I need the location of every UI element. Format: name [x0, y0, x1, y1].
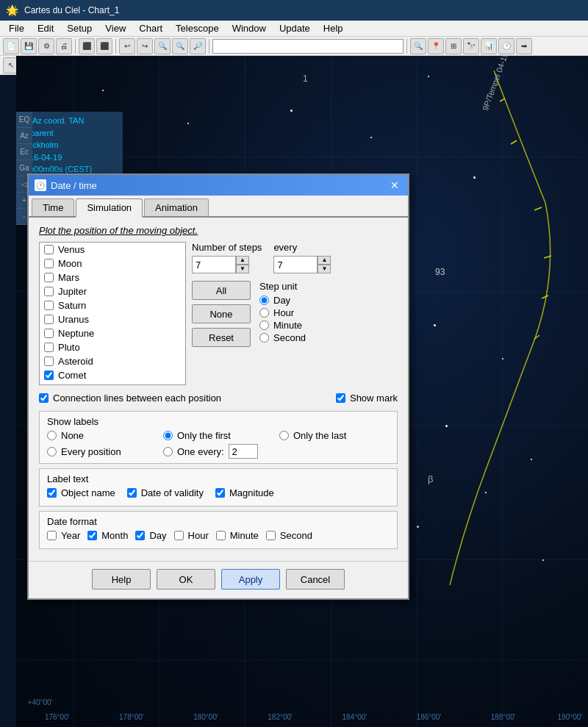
radio-day[interactable] — [259, 296, 269, 305]
df-month[interactable]: Month — [87, 530, 128, 541]
help-button[interactable]: Help — [92, 569, 151, 590]
show-mark-checkbox[interactable] — [336, 393, 345, 403]
menu-view[interactable]: View — [99, 21, 132, 35]
new-btn[interactable]: 📄 — [3, 38, 19, 54]
ok-button[interactable]: OK — [157, 569, 215, 590]
tab-simulation[interactable]: Simulation — [76, 198, 143, 218]
radio-second[interactable] — [259, 333, 269, 343]
print-btn[interactable]: 🖨 — [56, 38, 72, 54]
df-month-checkbox[interactable] — [87, 531, 97, 540]
undo-btn[interactable]: ↩ — [119, 38, 135, 54]
menu-chart[interactable]: Chart — [133, 21, 168, 35]
label-every-pos[interactable]: Every position — [47, 444, 157, 459]
show-mark-row[interactable]: Show mark — [336, 393, 398, 404]
df-day[interactable]: Day — [135, 530, 166, 541]
pluto-checkbox[interactable] — [44, 343, 54, 352]
connection-lines-checkbox[interactable] — [39, 393, 49, 403]
df-hour-checkbox[interactable] — [174, 531, 184, 540]
radio-one-every[interactable] — [163, 447, 173, 456]
planet-venus[interactable]: Venus — [40, 243, 185, 257]
label-only-last[interactable]: Only the last — [279, 430, 390, 441]
btn5[interactable]: ⬛ — [79, 38, 95, 54]
radio-hour[interactable] — [259, 308, 269, 318]
df-hour[interactable]: Hour — [174, 530, 209, 541]
connection-lines-row[interactable]: Connection lines between each position — [39, 393, 221, 404]
planet-list[interactable]: Venus Moon Mars Jupiter — [39, 242, 186, 385]
venus-checkbox[interactable] — [44, 245, 54, 254]
save-btn[interactable]: 💾 — [21, 38, 37, 54]
magnitude-row[interactable]: Magnitude — [215, 487, 274, 498]
asteroid-checkbox[interactable] — [44, 357, 54, 366]
none-button[interactable]: None — [192, 304, 251, 323]
steps-up[interactable]: ▲ — [236, 256, 249, 265]
planet-mars[interactable]: Mars — [40, 271, 185, 284]
saturn-checkbox[interactable] — [44, 301, 54, 310]
tab-time[interactable]: Time — [32, 198, 74, 216]
search-combo[interactable] — [212, 39, 404, 54]
side-icon-3[interactable]: Ec — [16, 144, 32, 160]
df-day-checkbox[interactable] — [135, 531, 145, 540]
moon-checkbox[interactable] — [44, 259, 54, 268]
label-one-every[interactable]: One every: — [163, 444, 273, 459]
label-only-first[interactable]: Only the first — [163, 430, 273, 441]
apply-button[interactable]: Apply — [221, 569, 280, 590]
df-year-checkbox[interactable] — [47, 531, 57, 540]
zoom-fit-btn[interactable]: 🔎 — [190, 38, 206, 54]
menu-window[interactable]: Window — [226, 21, 272, 35]
planet-pluto[interactable]: Pluto — [40, 340, 185, 354]
planet-asteroid[interactable]: Asteroid — [40, 354, 185, 368]
df-second-checkbox[interactable] — [266, 531, 276, 540]
planet-uranus[interactable]: Uranus — [40, 312, 185, 326]
all-button[interactable]: All — [192, 281, 251, 300]
close-button[interactable]: ✕ — [387, 178, 402, 193]
radio-every-pos[interactable] — [47, 447, 57, 456]
menu-help[interactable]: Help — [318, 21, 349, 35]
steps-down[interactable]: ▼ — [236, 265, 249, 273]
step-day[interactable]: Day — [259, 295, 306, 306]
every-up[interactable]: ▲ — [318, 256, 331, 265]
menu-file[interactable]: File — [3, 21, 30, 35]
step-minute[interactable]: Minute — [259, 320, 306, 331]
menu-setup[interactable]: Setup — [61, 21, 98, 35]
settings-btn[interactable]: ⚙ — [38, 38, 54, 54]
zoom-in-btn[interactable]: 🔍 — [154, 38, 171, 54]
zoom-out-btn[interactable]: 🔍 — [172, 38, 188, 54]
planet-comet[interactable]: Comet — [40, 368, 185, 382]
object-name-row[interactable]: Object name — [47, 487, 115, 498]
planet-saturn[interactable]: Saturn — [40, 298, 185, 312]
cancel-button[interactable]: Cancel — [286, 569, 345, 590]
menu-telescope[interactable]: Telescope — [170, 21, 225, 35]
date-validity-row[interactable]: Date of validity — [127, 487, 204, 498]
radio-only-last[interactable] — [279, 431, 289, 440]
df-second[interactable]: Second — [266, 530, 312, 541]
search-btn[interactable]: 🔍 — [410, 38, 426, 54]
planet-moon[interactable]: Moon — [40, 257, 185, 271]
label-none[interactable]: None — [47, 430, 157, 441]
side-icon-2[interactable]: Az — [16, 128, 32, 144]
mars-checkbox[interactable] — [44, 273, 54, 282]
every-input[interactable] — [273, 256, 318, 273]
step-hour[interactable]: Hour — [259, 307, 306, 318]
neptune-checkbox[interactable] — [44, 329, 54, 338]
btn-scope[interactable]: 🔭 — [463, 38, 479, 54]
btn-chart[interactable]: 📊 — [481, 38, 497, 54]
one-every-input[interactable] — [229, 444, 258, 459]
menu-update[interactable]: Update — [273, 21, 316, 35]
radio-minute[interactable] — [259, 320, 269, 330]
uranus-checkbox[interactable] — [44, 315, 54, 324]
step-second[interactable]: Second — [259, 332, 306, 343]
btn-time[interactable]: 🕐 — [498, 38, 514, 54]
comet-checkbox[interactable] — [44, 370, 54, 380]
tab-animation[interactable]: Animation — [144, 198, 209, 216]
btn-grid[interactable]: ⊞ — [445, 38, 462, 54]
planet-jupiter[interactable]: Jupiter — [40, 284, 185, 298]
reset-button[interactable]: Reset — [192, 328, 251, 347]
planet-neptune[interactable]: Neptune — [40, 326, 185, 340]
side-icon-1[interactable]: EQ — [16, 112, 32, 128]
btn-nav[interactable]: ➡ — [516, 38, 532, 54]
every-down[interactable]: ▼ — [318, 265, 331, 273]
steps-input[interactable] — [192, 256, 236, 273]
menu-edit[interactable]: Edit — [32, 21, 60, 35]
radio-only-first[interactable] — [163, 431, 173, 440]
df-year[interactable]: Year — [47, 530, 80, 541]
